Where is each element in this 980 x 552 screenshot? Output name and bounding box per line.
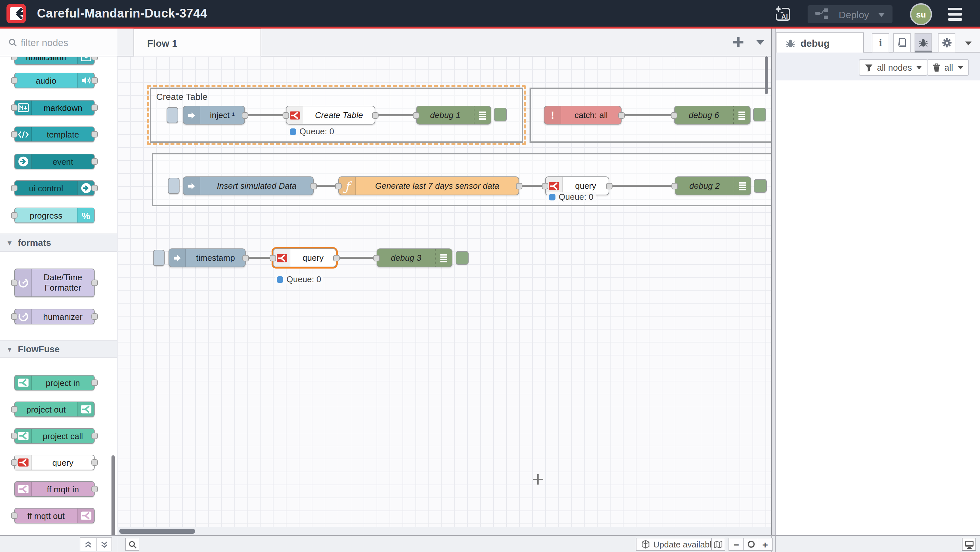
output-port[interactable] [242, 255, 249, 261]
input-port[interactable] [413, 112, 419, 118]
canvas-search-button[interactable] [125, 538, 139, 551]
palette-filter[interactable] [0, 29, 117, 56]
inject-button[interactable] [153, 250, 165, 266]
node-inject-1[interactable]: inject ¹ [183, 106, 245, 124]
main-menu-icon[interactable] [948, 8, 962, 21]
deploy-caret-icon[interactable] [878, 13, 885, 17]
output-port[interactable] [606, 183, 612, 189]
palette-node-query[interactable]: query [14, 455, 95, 470]
output-port[interactable] [618, 112, 625, 118]
input-port[interactable] [335, 183, 342, 189]
flowfuse-icon [15, 376, 32, 390]
node-catch-all[interactable]: ! catch: all [544, 106, 622, 124]
tab-flow-1[interactable]: Flow 1 [134, 29, 261, 56]
palette-node-progress[interactable]: progress % [14, 207, 95, 223]
flowfuse-logo-icon[interactable] [6, 4, 26, 23]
input-port[interactable] [671, 183, 678, 189]
node-debug-2[interactable]: debug 2 [675, 176, 751, 195]
output-port[interactable] [372, 112, 379, 118]
wire[interactable] [336, 257, 377, 259]
navigator-button[interactable] [711, 538, 725, 551]
palette-node-markdown[interactable]: markdown [14, 100, 95, 115]
config-tab-button[interactable] [938, 33, 955, 53]
node-query-selected[interactable]: query [273, 249, 336, 267]
debug-tab-button[interactable] [915, 33, 932, 53]
zoom-out-button[interactable]: − [729, 538, 743, 550]
input-port[interactable] [542, 183, 548, 189]
palette-node-notification[interactable]: notification [14, 57, 95, 65]
node-timestamp-inject[interactable]: timestamp [169, 249, 246, 267]
zoom-in-button[interactable]: + [758, 538, 772, 550]
canvas-scrollbar-track[interactable] [117, 527, 771, 535]
node-debug-3[interactable]: debug 3 [377, 249, 452, 267]
palette-node-template[interactable]: template [14, 126, 95, 142]
palette-node-audio[interactable]: audio [14, 73, 95, 88]
input-port[interactable] [270, 255, 276, 261]
node-debug-1[interactable]: debug 1 [416, 106, 491, 124]
funnel-icon [865, 63, 873, 72]
inject-button[interactable] [168, 178, 180, 194]
palette-node-event[interactable]: event [14, 154, 95, 169]
palette-node-ui-control[interactable]: ui control [14, 180, 95, 196]
palette-node-project-in[interactable]: project in [14, 375, 95, 391]
deploy-button[interactable]: Deploy [808, 5, 892, 23]
node-debug-6[interactable]: debug 6 [674, 106, 751, 124]
node-insert-simulated-data[interactable]: Insert simulated Data [183, 176, 314, 195]
output-port[interactable] [310, 183, 317, 189]
input-port[interactable] [373, 255, 380, 261]
user-avatar[interactable]: su [910, 3, 932, 25]
node-generate-sensor-data-function[interactable]: ƒ Generate last 7 days sensor data [338, 176, 519, 195]
expand-all-categories-button[interactable] [96, 538, 111, 551]
debug-toggle-button[interactable] [753, 108, 766, 121]
canvas-vertical-scrollbar[interactable] [765, 56, 768, 94]
palette-node-project-call[interactable]: project call [14, 428, 95, 444]
wire[interactable] [375, 114, 416, 116]
collapse-all-categories-button[interactable] [80, 538, 96, 551]
palette-node-project-out[interactable]: project out [14, 402, 95, 417]
input-port[interactable] [671, 112, 677, 118]
inject-button[interactable] [167, 107, 178, 123]
wire[interactable] [246, 257, 273, 259]
zoom-reset-button[interactable] [743, 538, 758, 550]
ai-assistant-icon[interactable]: AI [773, 5, 793, 23]
debug-toggle-button[interactable] [456, 251, 469, 265]
debug-messages-panel[interactable] [776, 80, 980, 535]
palette-node-datetime-formatter[interactable]: Date/Time Formatter [14, 268, 95, 297]
sidebar-tab-debug[interactable]: debug [776, 32, 864, 53]
output-port[interactable] [516, 183, 522, 189]
add-flow-icon[interactable] [733, 37, 743, 47]
percent-icon: % [77, 208, 94, 222]
palette-node-humanizer[interactable]: humanizer [14, 309, 95, 324]
node-create-table-query[interactable]: Create Table [286, 106, 375, 124]
debug-toggle-button[interactable] [494, 108, 507, 121]
debug-toggle-button[interactable] [754, 179, 767, 193]
debug-list-icon [435, 249, 452, 266]
input-port[interactable] [283, 112, 289, 118]
wire[interactable] [622, 114, 674, 116]
debug-filter-button[interactable]: all nodes [859, 59, 928, 76]
info-tab-button[interactable]: i [872, 33, 889, 53]
sidebar-resize-handle[interactable] [771, 29, 776, 552]
help-tab-button[interactable] [893, 33, 911, 53]
palette-section-flowfuse[interactable]: ▾ FlowFuse [0, 340, 117, 358]
flowfuse-icon [77, 509, 94, 523]
wire[interactable] [314, 185, 338, 187]
palette-scroll-area[interactable]: notification audio markdown [0, 57, 117, 535]
open-dashboard-button[interactable] [962, 538, 976, 551]
wire[interactable] [245, 114, 286, 116]
output-port[interactable] [242, 112, 248, 118]
palette-filter-input[interactable] [21, 37, 105, 48]
flow-list-caret-icon[interactable] [756, 40, 764, 45]
debug-list-icon [734, 177, 751, 195]
flow-canvas[interactable]: Create Table inject ¹ Cre [117, 56, 771, 527]
canvas-horizontal-scrollbar[interactable] [119, 529, 195, 534]
palette-node-ff-mqtt-out[interactable]: ff mqtt out [14, 508, 95, 523]
palette-section-formats[interactable]: ▾ formats [0, 233, 117, 252]
sidebar-menu-caret-icon[interactable] [965, 41, 972, 45]
wire[interactable] [609, 185, 675, 187]
wire[interactable] [519, 185, 545, 187]
output-port[interactable] [333, 255, 340, 261]
update-available-button[interactable]: Update available [636, 538, 721, 551]
palette-node-ff-mqtt-in[interactable]: ff mqtt in [14, 481, 95, 497]
debug-clear-button[interactable]: all [927, 59, 969, 76]
